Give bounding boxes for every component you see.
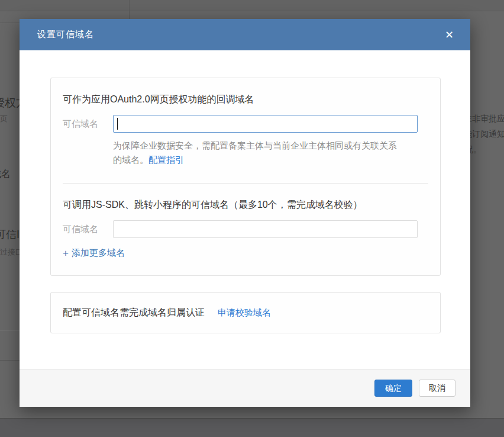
background-footer-band xyxy=(0,418,504,437)
background-text-fragment: 域名 xyxy=(0,168,11,181)
verify-card: 配置可信域名需完成域名归属认证 申请校验域名 xyxy=(50,292,441,333)
section-divider xyxy=(63,183,428,184)
oauth-helper-text: 为保障企业数据安全，需配置备案主体与当前企业主体相同或有关联关系 的域名。配置指… xyxy=(113,139,428,167)
domains-card: 可作为应用OAuth2.0网页授权功能的回调域名 可信域名 为保障企业数据安全，… xyxy=(50,78,441,276)
background-vertical-divider xyxy=(129,0,130,19)
jssdk-domain-row: 可信域名 xyxy=(63,220,428,238)
helper-line-prefix: 的域名。 xyxy=(113,155,148,165)
jssdk-section-heading: 可调用JS-SDK、跳转小程序的可信域名（最多10个，需完成域名校验） xyxy=(63,199,428,211)
oauth-section-heading: 可作为应用OAuth2.0网页授权功能的回调域名 xyxy=(63,94,428,106)
oauth-domain-input-wrap xyxy=(113,115,418,133)
oauth-domain-label: 可信域名 xyxy=(63,118,113,130)
helper-line: 为保障企业数据安全，需配置备案主体与当前企业主体相同或有关联关系 xyxy=(113,139,428,153)
background-text-fragment: 通过接口 xyxy=(0,247,20,258)
background-text-fragment: 网页 xyxy=(0,114,8,124)
background-text-fragment: 能订阅通知 xyxy=(469,129,504,140)
background-text-fragment: 在非审批应 xyxy=(469,114,504,124)
dialog-title: 设置可信域名 xyxy=(37,29,94,40)
background-top-bar xyxy=(0,0,504,11)
add-more-domain-button[interactable]: + 添加更多域名 xyxy=(63,248,125,259)
dialog-footer: 确定 取消 xyxy=(20,369,470,407)
background-left-edge-content: 授权方 网页 域名 可信IP 通过接口 xyxy=(0,0,20,437)
text-cursor xyxy=(117,118,118,130)
trusted-domain-dialog: 设置可信域名 ✕ 可作为应用OAuth2.0网页授权功能的回调域名 可信域名 为… xyxy=(20,19,470,407)
jssdk-domain-label: 可信域名 xyxy=(63,224,113,235)
config-guide-link[interactable]: 配置指引 xyxy=(148,155,184,165)
cancel-button[interactable]: 取消 xyxy=(419,380,455,397)
jssdk-domain-input-wrap xyxy=(113,220,418,238)
dialog-body: 可作为应用OAuth2.0网页授权功能的回调域名 可信域名 为保障企业数据安全，… xyxy=(20,50,470,369)
background-right-edge-content: 在非审批应 能订阅通知 况。 xyxy=(469,0,504,437)
confirm-button[interactable]: 确定 xyxy=(374,380,412,397)
plus-icon: + xyxy=(63,248,69,258)
page-overlay: 授权方 网页 域名 可信IP 通过接口 在非审批应 能订阅通知 况。 设置可信域… xyxy=(0,0,504,437)
apply-verify-domain-link[interactable]: 申请校验域名 xyxy=(218,307,271,319)
close-icon[interactable]: ✕ xyxy=(445,30,454,40)
background-text-fragment: 况。 xyxy=(469,144,482,155)
helper-line: 的域名。配置指引 xyxy=(113,153,428,167)
dialog-header: 设置可信域名 ✕ xyxy=(20,19,470,50)
add-more-domain-link[interactable]: 添加更多域名 xyxy=(72,248,125,259)
oauth-domain-row: 可信域名 xyxy=(63,115,428,133)
background-text-fragment: 授权方 xyxy=(0,95,20,111)
jssdk-domain-input[interactable] xyxy=(113,220,418,238)
background-text-fragment: 可信IP xyxy=(0,227,20,242)
oauth-domain-input[interactable] xyxy=(113,115,418,133)
verify-requirement-text: 配置可信域名需完成域名归属认证 xyxy=(63,307,205,319)
